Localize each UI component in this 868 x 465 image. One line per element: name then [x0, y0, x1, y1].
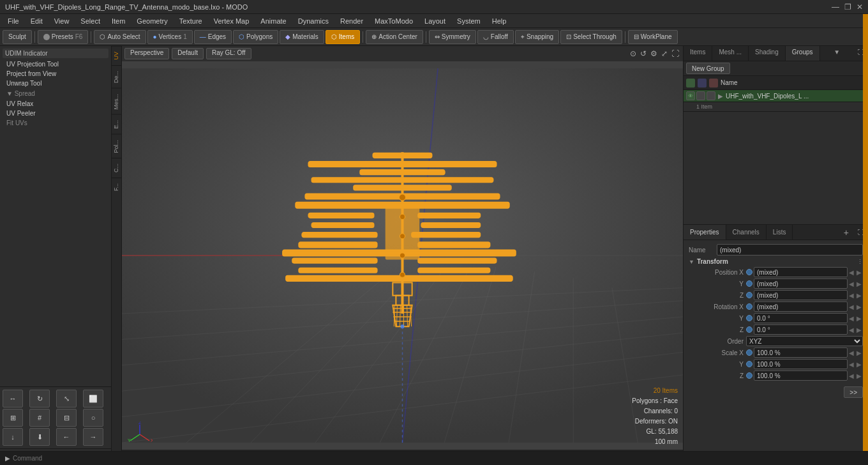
menu-file[interactable]: File: [3, 16, 24, 26]
side-tab-e[interactable]: E...: [112, 114, 121, 134]
order-select[interactable]: XYZ XZY YXZ YZX ZXY ZYX: [746, 336, 863, 346]
sphere-icon-btn[interactable]: ○: [83, 409, 103, 427]
transform-icon-btn[interactable]: ↔: [3, 390, 23, 408]
menu-geometry[interactable]: Geometry: [131, 16, 172, 26]
rot-y-input[interactable]: [754, 313, 848, 323]
scale-z-left[interactable]: ◀: [848, 372, 855, 379]
scale-y-input[interactable]: [754, 359, 848, 369]
side-tab-f[interactable]: F...: [112, 178, 121, 196]
viewport-3d[interactable]: Perspective Default Ray GL: Off ⊙ ↺ ⚙ ⤢ …: [122, 46, 683, 465]
rot-z-left[interactable]: ◀: [848, 326, 855, 333]
menu-vertex-map[interactable]: Vertex Map: [209, 16, 255, 26]
polygons-button[interactable]: ⬡ Polygons: [233, 30, 278, 44]
pos-z-right[interactable]: ▶: [855, 292, 863, 299]
menu-view[interactable]: View: [49, 16, 75, 26]
select-through-button[interactable]: ⊡ Select Through: [560, 30, 622, 44]
fit-uvs-item[interactable]: Fit UVs: [3, 118, 108, 128]
expand-view-icon[interactable]: ⤢: [660, 49, 669, 58]
props-tab-channels[interactable]: Channels: [726, 225, 767, 240]
uv-peeler-item[interactable]: UV Peeler: [3, 109, 108, 118]
down2-arrow-icon-btn[interactable]: ⬇: [29, 428, 50, 446]
viewport-raygl-button[interactable]: Ray GL: Off: [206, 48, 251, 59]
rot-z-input[interactable]: [754, 324, 848, 335]
group-row-item[interactable]: 👁 ▶ UHF_with_VHF_Dipoles_L ...: [684, 90, 868, 102]
rot-y-right[interactable]: ▶: [855, 315, 863, 322]
udim-indicator-label[interactable]: UDIM Indicator: [3, 49, 108, 58]
pos-x-right[interactable]: ▶: [855, 269, 863, 276]
side-tab-uv[interactable]: UV: [112, 46, 121, 65]
rot-z-right[interactable]: ▶: [855, 326, 863, 333]
scale-z-input[interactable]: [754, 370, 848, 381]
side-tab-pol[interactable]: Pol...: [112, 134, 121, 158]
scale-y-right[interactable]: ▶: [855, 361, 863, 368]
scale-x-left[interactable]: ◀: [848, 349, 855, 356]
vertices-button[interactable]: ● Vertices 1: [147, 30, 193, 44]
menu-help[interactable]: Help: [487, 16, 512, 26]
materials-button[interactable]: ◆ Materials: [280, 30, 324, 44]
pos-z-left[interactable]: ◀: [848, 292, 855, 299]
menu-layout[interactable]: Layout: [419, 16, 451, 26]
menu-system[interactable]: System: [452, 16, 486, 26]
symmetry-button[interactable]: ⇔ Symmetry: [429, 30, 476, 44]
rotate-icon-btn[interactable]: ↻: [29, 390, 50, 408]
move3d-icon-btn[interactable]: ⬜: [83, 390, 103, 408]
grid2-icon-btn[interactable]: #: [29, 409, 50, 427]
pos-y-left[interactable]: ◀: [848, 280, 855, 287]
scale-icon-btn[interactable]: ⤡: [56, 390, 77, 408]
fullscreen-icon[interactable]: ⛶: [670, 49, 680, 58]
side-tab-de[interactable]: De...: [112, 65, 121, 88]
grid3-icon-btn[interactable]: ⊟: [56, 409, 77, 427]
menu-select[interactable]: Select: [75, 16, 105, 26]
viewport-shading-button[interactable]: Default: [172, 48, 204, 59]
name-input[interactable]: [717, 244, 863, 255]
settings-icon[interactable]: ⚙: [649, 49, 659, 58]
menu-render[interactable]: Render: [335, 16, 368, 26]
rot-y-left[interactable]: ◀: [848, 315, 855, 322]
work-plane-button[interactable]: ⊟ WorkPlane: [628, 30, 678, 44]
menu-item[interactable]: Item: [107, 16, 130, 26]
snapping-button[interactable]: ⌖ Snapping: [515, 30, 559, 44]
props-tab-add[interactable]: +: [840, 225, 853, 240]
scale-z-right[interactable]: ▶: [855, 372, 863, 379]
tab-shading[interactable]: Shading: [749, 46, 786, 61]
unwrap-tool-item[interactable]: Unwrap Tool: [3, 79, 108, 88]
left-arrow-icon-btn[interactable]: ←: [56, 428, 77, 446]
refresh-icon[interactable]: ↺: [639, 49, 648, 58]
edges-button[interactable]: — Edges: [194, 30, 232, 44]
minimize-button[interactable]: —: [832, 3, 839, 11]
camera-icon[interactable]: ⊙: [629, 49, 638, 58]
presets-button[interactable]: Presets F6: [38, 30, 89, 44]
menu-animate[interactable]: Animate: [255, 16, 291, 26]
sculpt-button[interactable]: Sculpt: [3, 30, 32, 44]
menu-maxtomodo[interactable]: MaxToModo: [370, 16, 418, 26]
tab-items[interactable]: Items: [684, 46, 712, 61]
scale-x-input[interactable]: [754, 347, 848, 358]
new-group-button[interactable]: New Group: [686, 63, 730, 74]
project-from-view-item[interactable]: Project from View: [3, 69, 108, 79]
falloff-button[interactable]: ◡ Falloff: [477, 30, 514, 44]
command-input[interactable]: [13, 455, 863, 462]
menu-dynamics[interactable]: Dynamics: [293, 16, 334, 26]
groups-tab-dropdown[interactable]: ▼: [830, 46, 844, 61]
pos-y-input[interactable]: [754, 278, 848, 289]
props-tab-lists[interactable]: Lists: [767, 225, 793, 240]
rot-x-input[interactable]: [754, 301, 848, 312]
rot-x-right[interactable]: ▶: [855, 303, 863, 310]
props-tab-properties[interactable]: Properties: [684, 225, 726, 240]
maximize-button[interactable]: ❐: [844, 3, 851, 11]
transform-menu[interactable]: ⋮: [857, 259, 863, 265]
close-button[interactable]: ✕: [857, 3, 863, 11]
pos-z-input[interactable]: [754, 290, 848, 300]
viewport-mode-button[interactable]: Perspective: [124, 48, 169, 59]
menu-texture[interactable]: Texture: [174, 16, 207, 26]
group-lock-icon[interactable]: [707, 91, 715, 100]
right-arrow-icon-btn[interactable]: →: [83, 428, 103, 446]
side-tab-c[interactable]: C...: [112, 158, 121, 178]
projection-tool-item[interactable]: UV Projection Tool: [3, 59, 108, 69]
pos-y-right[interactable]: ▶: [855, 280, 863, 287]
action-center-button[interactable]: ⊕ Action Center: [366, 30, 423, 44]
grid-icon-btn[interactable]: ⊞: [3, 409, 23, 427]
pos-x-input[interactable]: [754, 267, 848, 277]
uv-relax-item[interactable]: UV Relax: [3, 99, 108, 109]
rot-x-left[interactable]: ◀: [848, 303, 855, 310]
